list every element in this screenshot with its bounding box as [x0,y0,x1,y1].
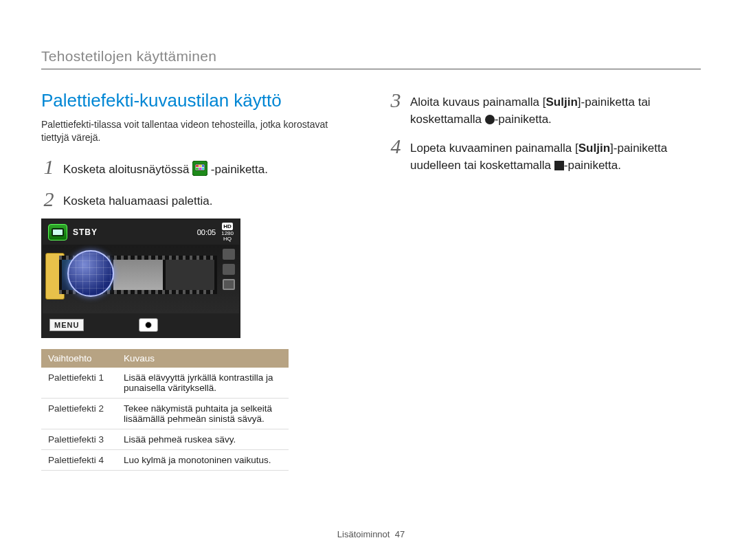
sd-card-icon [223,249,235,260]
camera-viewport [43,245,239,313]
step-number: 1 [41,157,56,177]
lead-paragraph: Palettiefekti-tilassa voit tallentaa vid… [41,118,354,144]
description-cell: Luo kylmä ja monotoninen vaikutus. [117,450,289,471]
table-header-option: Vaihtoehto [41,349,117,368]
option-cell: Palettiefekti 4 [41,450,117,471]
camera-bottom-bar: MENU [43,313,239,337]
footer-label: Lisätoiminnot [337,529,390,539]
section-title: Tehostetilojen käyttäminen [41,48,701,65]
step-text: Aloita kuvaus painamalla [Suljin]-painik… [410,90,701,128]
step-bold: Suljin [578,142,610,155]
page-footer: Lisätoiminnot 47 [0,529,742,539]
stop-square-icon [554,161,564,170]
step-text-before: Kosketa aloitusnäytössä [63,163,192,176]
svg-rect-5 [196,168,199,170]
step-number: 4 [388,136,403,157]
content-columns: Palettiefekti-kuvaustilan käyttö Paletti… [41,90,701,471]
step-text: Kosketa haluamaasi palettia. [63,189,212,210]
left-column: Palettiefekti-kuvaustilan käyttö Paletti… [41,90,354,471]
description-cell: Lisää pehmeä ruskea sävy. [117,429,289,450]
film-frame [113,260,162,290]
recording-timer: 00:05 [197,228,216,236]
hd-badge: HD [222,223,233,230]
resolution-label: 1280 HQ [221,231,234,242]
step-text-part: -painiketta. [564,159,621,172]
table-row: Palettiefekti 4 Luo kylmä ja monotoninen… [41,450,289,471]
svg-rect-6 [199,168,202,170]
palette-icon [192,161,207,181]
svg-rect-7 [202,168,204,170]
record-dot-icon [485,115,495,124]
option-cell: Palettiefekti 3 [41,429,117,450]
stby-label: STBY [73,227,98,237]
option-cell: Palettiefekti 2 [41,399,117,429]
option-cell: Palettiefekti 1 [41,368,117,399]
svg-rect-3 [199,165,202,167]
camera-side-icons [223,249,235,290]
step-text: Kosketa aloitusnäytössä [63,157,268,181]
record-dot-icon [145,322,152,328]
step-text-part: Lopeta kuvaaminen painamalla [ [410,142,578,155]
step-text-part: -painiketta. [495,113,552,126]
res-bottom: HQ [223,236,232,242]
page-heading: Palettiefekti-kuvaustilan käyttö [41,90,354,111]
footer-page-number: 47 [395,529,405,539]
right-column: 3 Aloita kuvaus painamalla [Suljin]-pain… [388,90,701,471]
camera-preview: STBY 00:05 HD 1280 HQ [41,219,240,338]
camera-top-bar: STBY 00:05 HD 1280 HQ [43,220,239,245]
step-4: 4 Lopeta kuvaaminen painamalla [Suljin]-… [388,136,701,174]
record-button[interactable] [139,318,158,332]
step-bold: Suljin [546,96,578,109]
step-text: Lopeta kuvaaminen painamalla [Suljin]-pa… [410,136,701,174]
table-row: Palettiefekti 2 Tekee näkymistä puhtaita… [41,399,289,429]
step-3: 3 Aloita kuvaus painamalla [Suljin]-pain… [388,90,701,128]
step-number: 3 [388,90,403,111]
step-2: 2 Kosketa haluamaasi palettia. [41,189,354,210]
step-text-after: -painiketta. [211,163,268,176]
film-frame [166,260,214,290]
step-1: 1 Kosketa aloitusnäytössä [41,157,354,181]
options-table: Vaihtoehto Kuvaus Palettiefekti 1 Lisää … [41,349,289,471]
section-divider [41,69,701,69]
mode-badge-icon [48,224,67,240]
svg-rect-2 [196,165,199,167]
svg-rect-4 [202,165,204,167]
step-number: 2 [41,189,56,210]
table-row: Palettiefekti 1 Lisää elävyyttä jyrkällä… [41,368,289,399]
document-page: Tehostetilojen käyttäminen Palettiefekti… [0,0,742,560]
globe-selector-icon [67,250,114,297]
step-text-part: Aloita kuvaus painamalla [ [410,96,546,109]
fps-icon [223,264,235,275]
microphone-icon [223,279,235,290]
table-header-description: Kuvaus [117,349,289,368]
menu-button[interactable]: MENU [49,319,84,331]
description-cell: Lisää elävyyttä jyrkällä kontrastilla ja… [117,368,289,399]
description-cell: Tekee näkymistä puhtaita ja selkeitä lis… [117,399,289,429]
table-row: Palettiefekti 3 Lisää pehmeä ruskea sävy… [41,429,289,450]
